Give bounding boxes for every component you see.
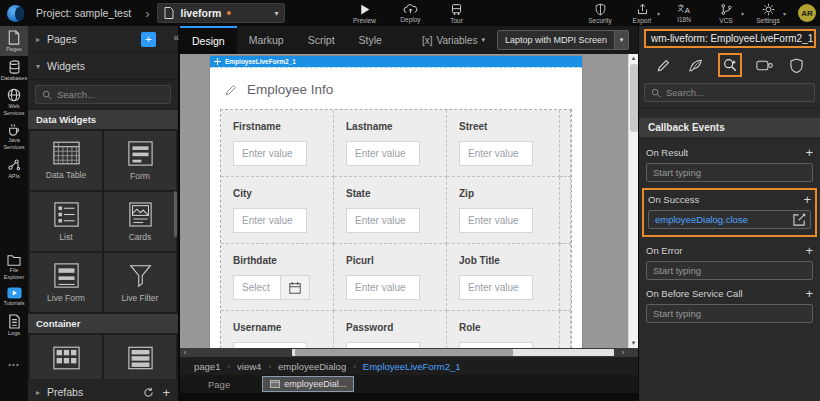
event-input-on-error[interactable] bbox=[646, 261, 813, 280]
device-selector[interactable]: Laptop with MDPI Screen ▾ bbox=[497, 30, 629, 50]
canvas-vertical-scrollbar[interactable]: ▲ ▼ bbox=[628, 54, 638, 348]
breadcrumb-view4[interactable]: view4 bbox=[237, 361, 261, 372]
widget-search-input[interactable]: Search... bbox=[35, 85, 171, 104]
widget-tile-grid-layout-icon[interactable] bbox=[30, 335, 102, 379]
panel-scrollbar[interactable] bbox=[174, 191, 177, 237]
tab-page[interactable]: Page bbox=[208, 379, 230, 390]
pages-section-header[interactable]: ▸ Pages + bbox=[28, 26, 178, 53]
inspector-tab-device[interactable] bbox=[753, 56, 776, 75]
date-picker-button[interactable] bbox=[280, 275, 310, 300]
scroll-right-icon[interactable]: › bbox=[622, 348, 624, 357]
add-event-icon[interactable]: + bbox=[805, 288, 813, 300]
form-field-firstname[interactable]: Firstname bbox=[221, 110, 334, 177]
field-input-job-title[interactable] bbox=[459, 275, 533, 300]
field-input-picurl[interactable] bbox=[346, 275, 420, 300]
tab-markup[interactable]: Markup bbox=[237, 26, 296, 54]
events-icon bbox=[722, 57, 738, 73]
widget-tile-list[interactable]: List bbox=[30, 192, 102, 251]
add-prefab-button[interactable]: + bbox=[162, 385, 170, 400]
widget-tile-layout-rows-icon[interactable] bbox=[104, 335, 176, 379]
tab-design[interactable]: Design bbox=[180, 26, 237, 54]
rail-item-databases[interactable]: Databases bbox=[0, 56, 28, 85]
inspector-search-input[interactable]: Search... bbox=[644, 83, 815, 102]
settings-button[interactable]: ▾Settings bbox=[752, 3, 784, 24]
widget-selection-bar[interactable]: EmployeeLiveForm2_1 bbox=[210, 56, 582, 67]
field-input-city[interactable] bbox=[233, 208, 307, 233]
wavemaker-logo[interactable] bbox=[0, 0, 30, 26]
rail-overflow-button[interactable]: ••• bbox=[8, 360, 19, 369]
design-canvas[interactable]: EmployeeLiveForm2_1 Employee Info Firstn… bbox=[180, 54, 638, 348]
variables-button[interactable]: [x] Variables ▾ bbox=[422, 35, 485, 46]
rail-item-file-explorer[interactable]: FileExplorer bbox=[0, 250, 28, 283]
widget-tile-data-table[interactable]: Data Table bbox=[30, 131, 102, 190]
tab-employee-dialog[interactable]: employeeDial... bbox=[262, 376, 354, 392]
field-input-zip[interactable] bbox=[459, 208, 533, 233]
inspector-tab-events[interactable] bbox=[718, 53, 742, 77]
event-input-on-before-service-call[interactable] bbox=[646, 304, 813, 323]
widget-tile-form[interactable]: Form bbox=[104, 131, 176, 190]
rail-item-tutorials[interactable]: Tutorials bbox=[0, 283, 28, 310]
breadcrumb-employeeDialog[interactable]: employeeDialog bbox=[278, 361, 346, 372]
scroll-up-icon[interactable]: ▲ bbox=[629, 54, 638, 63]
add-event-icon[interactable]: + bbox=[805, 147, 813, 159]
vcs-button[interactable]: ▾VCS bbox=[710, 3, 742, 24]
field-input-birthdate[interactable] bbox=[233, 275, 280, 300]
inspector-tab-security-shield[interactable] bbox=[787, 55, 806, 76]
tab-style[interactable]: Style bbox=[347, 26, 394, 54]
refresh-icon[interactable] bbox=[143, 387, 154, 398]
field-input-state[interactable] bbox=[346, 208, 420, 233]
rail-item-web-services[interactable]: WebServices bbox=[0, 84, 28, 119]
page-selector-dropdown[interactable]: liveform ▾ bbox=[157, 3, 285, 23]
collapse-panel-icon[interactable]: « bbox=[173, 32, 179, 43]
field-input-firstname[interactable] bbox=[233, 141, 307, 166]
breadcrumb-EmployeeLiveForm2_1[interactable]: EmployeeLiveForm2_1 bbox=[363, 361, 461, 372]
inspector-tab-styles-pen[interactable] bbox=[685, 55, 707, 76]
canvas-horizontal-scrollbar[interactable]: ‹ › bbox=[180, 348, 638, 357]
widget-tile-live-form[interactable]: Live Form bbox=[30, 253, 102, 312]
add-event-icon[interactable]: + bbox=[805, 245, 813, 257]
rail-item-apis[interactable]: APIs bbox=[0, 154, 28, 183]
form-field-birthdate[interactable]: Birthdate bbox=[221, 244, 334, 311]
breadcrumb-page1[interactable]: page1 bbox=[194, 361, 220, 372]
field-input-lastname[interactable] bbox=[346, 141, 420, 166]
form-field-lastname[interactable]: Lastname bbox=[334, 110, 447, 177]
field-input-street[interactable] bbox=[459, 141, 533, 166]
export-button[interactable]: ▾Export bbox=[626, 3, 658, 24]
form-field-zip[interactable]: Zip bbox=[447, 177, 560, 244]
event-input-on-result[interactable] bbox=[646, 163, 813, 182]
tour-button[interactable]: Tour bbox=[439, 3, 473, 24]
event-value-link[interactable]: employeeDialog.close bbox=[655, 214, 793, 225]
edit-icon[interactable] bbox=[793, 213, 806, 226]
add-page-button[interactable]: + bbox=[141, 32, 156, 47]
vertical-scroll-thumb[interactable] bbox=[630, 64, 638, 132]
form-field-username[interactable]: Username bbox=[221, 311, 334, 348]
i18n-button[interactable]: AI18N bbox=[668, 3, 700, 23]
add-event-icon[interactable]: + bbox=[803, 194, 811, 206]
form-field-state[interactable]: State bbox=[334, 177, 447, 244]
rail-item-pages[interactable]: Pages bbox=[0, 26, 28, 56]
inspector-tab-properties-pencil[interactable] bbox=[653, 55, 674, 76]
tab-script[interactable]: Script bbox=[296, 26, 347, 54]
form-field-password[interactable]: Password bbox=[334, 311, 447, 348]
form-field-picurl[interactable]: Picurl bbox=[334, 244, 447, 311]
widget-tile-cards[interactable]: Cards bbox=[104, 192, 176, 251]
scroll-left-icon[interactable]: ‹ bbox=[184, 348, 186, 357]
deploy-button[interactable]: Deploy bbox=[393, 3, 427, 24]
bus-icon bbox=[450, 3, 463, 16]
horizontal-scroll-track[interactable] bbox=[292, 349, 614, 356]
form-field-role[interactable]: Role bbox=[447, 311, 560, 348]
scroll-down-icon[interactable]: ▼ bbox=[629, 339, 638, 348]
preview-button[interactable]: Preview bbox=[347, 3, 381, 24]
form-field-job-title[interactable]: Job Title bbox=[447, 244, 560, 311]
security-button[interactable]: Security bbox=[584, 3, 616, 24]
form-field-city[interactable]: City bbox=[221, 177, 334, 244]
form-field-street[interactable]: Street bbox=[447, 110, 560, 177]
prefabs-section-header[interactable]: ▸ Prefabs + bbox=[28, 379, 178, 401]
widgets-section-header[interactable]: ▾ Widgets bbox=[28, 53, 178, 80]
user-avatar[interactable]: AR bbox=[798, 4, 816, 22]
widget-tile-live-filter[interactable]: Live Filter bbox=[104, 253, 176, 312]
rail-item-logs[interactable]: Logs bbox=[0, 310, 28, 340]
liveform-widget[interactable]: EmployeeLiveForm2_1 Employee Info Firstn… bbox=[210, 56, 582, 348]
horizontal-scroll-thumb[interactable] bbox=[295, 349, 513, 356]
rail-item-java-services[interactable]: JavaServices bbox=[0, 119, 28, 153]
